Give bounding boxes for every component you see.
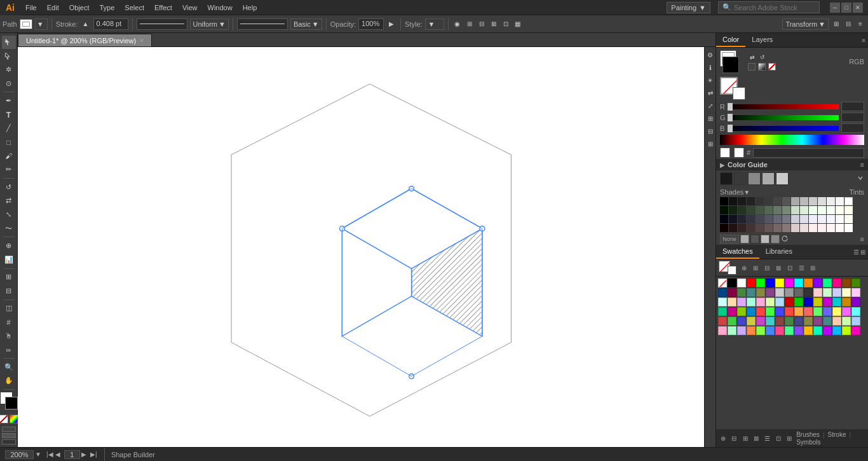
- swatch-color-9[interactable]: [813, 279, 822, 287]
- swatch-color-29[interactable]: [718, 298, 727, 306]
- reset-icon[interactable]: ↺: [758, 53, 767, 62]
- opacity-icon[interactable]: ◉: [452, 19, 463, 29]
- stroke-value-input[interactable]: 0.408 pt: [93, 18, 128, 30]
- paintbrush-tool[interactable]: 🖌: [2, 149, 16, 163]
- rotate-tool[interactable]: ↺: [2, 181, 16, 194]
- tab-layers[interactable]: Layers: [745, 33, 779, 47]
- swatch-color-38[interactable]: [804, 298, 813, 306]
- guide-options-icon[interactable]: ≡: [860, 161, 864, 169]
- shade-g1[interactable]: [720, 206, 728, 214]
- swatch-color-21[interactable]: [785, 288, 794, 297]
- shade-6[interactable]: [764, 197, 773, 205]
- tint-r3[interactable]: [809, 224, 817, 232]
- shade-r7[interactable]: [773, 224, 782, 232]
- shade-r6[interactable]: [764, 224, 773, 232]
- stroke-indicator[interactable]: [5, 397, 18, 409]
- swatch-color-45[interactable]: [728, 307, 736, 316]
- tint-b2[interactable]: [800, 215, 808, 223]
- swatches-tab[interactable]: Swatches: [716, 245, 759, 259]
- tint-1[interactable]: [791, 197, 799, 205]
- sw-bottom-5[interactable]: ☰: [763, 433, 771, 443]
- swatch-color-60[interactable]: [728, 317, 736, 326]
- swatch-none[interactable]: [718, 279, 727, 287]
- swatch-color-52[interactable]: [794, 307, 803, 316]
- swatch-color-7[interactable]: [794, 279, 803, 287]
- tint-b5[interactable]: [827, 215, 835, 223]
- opacity-more-icon[interactable]: ▶: [386, 19, 397, 29]
- swatch-color-83[interactable]: [804, 326, 813, 335]
- shade-b5[interactable]: [756, 215, 764, 223]
- menu-help[interactable]: Help: [238, 0, 262, 15]
- tint-b1[interactable]: [791, 215, 799, 223]
- swatch-color-19[interactable]: [766, 288, 775, 297]
- stroke-type-select[interactable]: Uniform ▼: [190, 18, 229, 30]
- swatch-color-87[interactable]: [842, 326, 851, 335]
- tint-r7[interactable]: [844, 224, 853, 232]
- swatch-color-4[interactable]: [766, 279, 775, 287]
- tint-g7[interactable]: [844, 206, 853, 214]
- swatch-color-49[interactable]: [766, 307, 775, 316]
- swatch-color-13[interactable]: [851, 279, 860, 287]
- close-button[interactable]: ✕: [853, 3, 863, 13]
- swatch-color-55[interactable]: [823, 307, 832, 316]
- swatch-color-81[interactable]: [785, 326, 794, 335]
- guide-extra-3[interactable]: [761, 235, 770, 244]
- swatch-color-46[interactable]: [737, 307, 746, 316]
- tint-b3[interactable]: [809, 215, 817, 223]
- menu-edit[interactable]: Edit: [42, 0, 64, 15]
- distribute-icon[interactable]: ⊠: [489, 19, 499, 29]
- r-input[interactable]: [841, 102, 864, 111]
- swatch-color-74[interactable]: [718, 326, 727, 335]
- workspace-selector[interactable]: Painting ▼: [667, 2, 710, 13]
- swatch-color-1[interactable]: [737, 279, 746, 287]
- grid2-icon[interactable]: ⊟: [843, 19, 853, 29]
- swatch-color-31[interactable]: [737, 298, 746, 306]
- swatch-color-5[interactable]: [775, 279, 784, 287]
- guide-swatch-1[interactable]: [720, 172, 733, 185]
- zoom-input[interactable]: 200%: [5, 450, 34, 459]
- guide-swatch-4[interactable]: [762, 172, 775, 185]
- tint-5[interactable]: [827, 197, 835, 205]
- hex-color-swatch[interactable]: [720, 148, 730, 158]
- tint-b6[interactable]: [836, 215, 844, 223]
- tint-g4[interactable]: [818, 206, 826, 214]
- guide-swatch-5[interactable]: [776, 172, 789, 185]
- maximize-button[interactable]: □: [841, 3, 851, 13]
- link-icon[interactable]: ⊞: [705, 139, 715, 149]
- sw-icon-3[interactable]: ⊟: [762, 263, 772, 273]
- swatch-color-62[interactable]: [747, 317, 756, 326]
- swatch-color-79[interactable]: [766, 326, 775, 335]
- zoom-tool[interactable]: 🔍: [2, 361, 16, 374]
- tint-7[interactable]: [844, 197, 853, 205]
- reflect-tool[interactable]: ⇄: [2, 195, 16, 208]
- rectangle-tool[interactable]: □: [2, 135, 16, 149]
- swatch-color-25[interactable]: [823, 288, 832, 297]
- shade-b4[interactable]: [747, 215, 755, 223]
- swatch-color-59[interactable]: [718, 317, 727, 326]
- fill-swatch[interactable]: [20, 19, 32, 29]
- swatch-color-20[interactable]: [775, 288, 784, 297]
- shade-g3[interactable]: [738, 206, 746, 214]
- pen-tool[interactable]: ✒: [2, 94, 16, 107]
- sw-icon-7[interactable]: ⊞: [808, 263, 818, 273]
- swatch-color-32[interactable]: [747, 298, 756, 306]
- page-last-btn[interactable]: ▶|: [90, 451, 98, 458]
- swatch-color-24[interactable]: [813, 288, 822, 297]
- artboard-tool[interactable]: ⊞: [2, 271, 16, 284]
- none-color-btn[interactable]: [768, 63, 776, 71]
- swatch-color-80[interactable]: [775, 326, 784, 335]
- grid-ctrl-icon[interactable]: ⊞: [705, 113, 715, 123]
- swatch-color-12[interactable]: [842, 279, 851, 287]
- swatch-color-71[interactable]: [832, 317, 841, 326]
- color-guide-header[interactable]: ▶ Color Guide ≡: [716, 159, 868, 170]
- align-icon[interactable]: ⊟: [477, 19, 487, 29]
- draw-behind-mode[interactable]: [2, 433, 16, 438]
- guide-options-btn[interactable]: ≡: [860, 235, 864, 243]
- tint-3[interactable]: [809, 197, 817, 205]
- swatch-color-35[interactable]: [775, 298, 784, 306]
- page-first-btn[interactable]: |◀: [46, 451, 54, 458]
- sw-icon-5[interactable]: ⊡: [785, 263, 795, 273]
- sw-icon-1[interactable]: ⊕: [739, 263, 749, 273]
- shade-8[interactable]: [782, 197, 790, 205]
- shade-g7[interactable]: [773, 206, 782, 214]
